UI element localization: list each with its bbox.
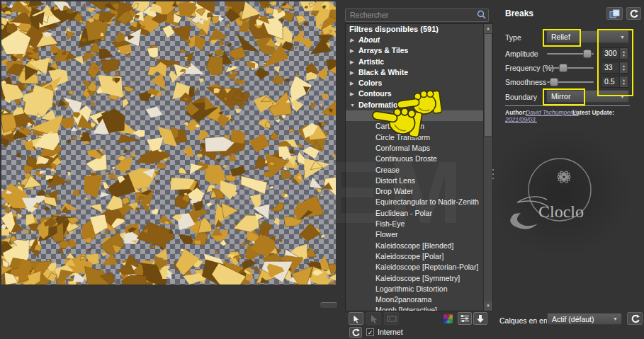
chevron-right-icon[interactable]: ▶ [346, 67, 358, 78]
type-label: Type [505, 33, 521, 42]
filter-item-kaleidoscope-reptorian-polar-[interactable]: Kaleidoscope [Reptorian-Polar] [346, 262, 483, 272]
filter-item-deformations[interactable]: ▼Deformations [346, 100, 483, 110]
filter-item-label: Kaleidoscope [Reptorian-Polar] [375, 262, 478, 272]
filter-item-euclidean-polar[interactable]: Euclidean - Polar [346, 208, 483, 219]
filter-item-label: About [358, 35, 380, 45]
filter-item-label: Black & White [358, 67, 408, 78]
filter-item-drop-water[interactable]: Drop Water [346, 186, 483, 197]
filter-item-circle-transform[interactable]: Circle Transform [346, 132, 483, 143]
spin-down-icon[interactable]: ▼ [622, 68, 626, 71]
type-dropdown[interactable]: Relief ▼ [546, 30, 629, 43]
chevron-right-icon[interactable]: ▶ [346, 45, 358, 56]
author-link[interactable]: David Tschumperlé, [526, 109, 579, 116]
filter-item-kaleidoscope-symmetry-[interactable]: Kaleidoscope [Symmetry] [346, 273, 483, 284]
filter-item-label: Artistic [358, 57, 384, 67]
slider-groove [547, 67, 594, 69]
amplitude-spinbox[interactable]: 300 ▲▼ [601, 47, 628, 59]
chevron-down-icon[interactable]: ▼ [346, 100, 358, 110]
filter-list-scrollbar[interactable]: ▲ ▼ [483, 24, 492, 311]
preview-resize-grip[interactable] [320, 302, 337, 308]
filter-list-header: Filtres disponibles (591) [346, 24, 492, 35]
filter-item-label: Kaleidoscope [Symmetry] [375, 273, 460, 284]
frequency-slider[interactable] [547, 62, 594, 74]
copy-command-button[interactable] [606, 7, 623, 20]
filter-item-flower[interactable]: Flower [346, 229, 483, 240]
filter-item-label: Colors [358, 78, 382, 88]
amplitude-slider[interactable] [547, 48, 594, 59]
panel-splitter[interactable] [492, 169, 495, 182]
smoothness-slider[interactable] [547, 76, 594, 88]
filter-item-equirectangular-to-nadir-zenith[interactable]: Equirectangular to Nadir-Zenith [346, 197, 483, 207]
filter-item-conformal-maps[interactable]: Conformal Maps [346, 143, 483, 154]
internet-checkbox[interactable]: ✓ [366, 328, 374, 336]
slider-thumb[interactable] [583, 50, 592, 58]
slider-thumb[interactable] [559, 64, 567, 72]
filter-item-colors[interactable]: ▶Colors [346, 78, 483, 88]
refresh-filters-button[interactable] [349, 327, 362, 338]
filter-item-about[interactable]: ▶About [346, 35, 483, 45]
preview-image[interactable] [1, 1, 336, 285]
filter-item-cartesian-tran[interactable]: Cartesian Tran [346, 121, 483, 132]
latest-update-value[interactable]: 2021/09/03. [505, 116, 537, 123]
gmic-plugin-window: Filtres disponibles (591) ▶About▶Arrays … [0, 0, 644, 339]
frequency-spinbox[interactable]: 33 ▲▼ [601, 62, 628, 74]
filter-list: Filtres disponibles (591) ▶About▶Arrays … [345, 23, 493, 311]
chevron-right-icon[interactable]: ▶ [346, 88, 358, 99]
filter-list-rows: ▶About▶Arrays & Tiles▶Artistic▶Black & W… [346, 35, 492, 311]
scroll-down-icon[interactable]: ▼ [484, 301, 492, 311]
filter-item-label: Euclidean - Polar [375, 208, 432, 219]
filter-item-continuous-droste[interactable]: Continuous Droste [346, 154, 483, 164]
refresh-icon [631, 314, 640, 323]
rename-fave-button[interactable] [384, 312, 399, 325]
filter-item-fish-eye[interactable]: Fish-Eye [346, 219, 483, 229]
filter-item-moon2panorama[interactable]: Moon2panorama [346, 294, 483, 305]
filter-item-distort-lens[interactable]: Distort Lens [346, 176, 483, 186]
filter-item-label: Equirectangular to Nadir-Zenith [375, 197, 479, 207]
chevron-down-icon: ▼ [613, 316, 618, 321]
filter-item-label: Continuous Droste [375, 154, 437, 164]
latest-update-label: Latest Update: [572, 109, 614, 116]
filter-item-label: Distort Lens [375, 176, 415, 186]
frequency-value: 33 [604, 63, 613, 71]
settings-button[interactable] [458, 312, 472, 325]
spinner-buttons[interactable]: ▲▼ [619, 76, 628, 87]
cursor-arrow-icon [370, 314, 378, 323]
filter-item-label: Arrays & Tiles [358, 45, 408, 56]
chevron-right-icon[interactable]: ▶ [346, 35, 358, 45]
spinner-buttons[interactable]: ▲▼ [619, 62, 628, 73]
filter-item-black-white[interactable]: ▶Black & White [346, 67, 483, 78]
sliders-icon [460, 314, 470, 323]
filter-item-label: Circle Transform [375, 132, 430, 143]
spin-down-icon[interactable]: ▼ [622, 54, 626, 57]
spin-down-icon[interactable]: ▼ [622, 82, 626, 86]
search-input[interactable] [345, 8, 489, 22]
rename-icon [387, 315, 397, 323]
filter-item-contours[interactable]: ▶Contours [346, 88, 483, 99]
filter-item-artistic[interactable]: ▶Artistic [346, 57, 483, 67]
filter-item-kaleidoscope-blended-[interactable]: Kaleidoscope [Blended] [346, 241, 483, 251]
filter-item-arrays-tiles[interactable]: ▶Arrays & Tiles [346, 45, 483, 56]
filter-item-label: Morph [Interactive] [375, 305, 437, 311]
filter-item-breaks[interactable]: Breaks [346, 110, 483, 121]
input-layers-dropdown[interactable]: Actif (défaut) ▼ [547, 313, 622, 325]
boundary-dropdown[interactable]: Mirror ▼ [546, 90, 629, 103]
smoothness-spinbox[interactable]: 0.5 ▲▼ [601, 76, 628, 88]
filter-item-kaleidoscope-polar-[interactable]: Kaleidoscope [Polar] [346, 251, 483, 262]
spinner-buttons[interactable]: ▲▼ [619, 48, 628, 59]
filter-item-logarithmic-distortion[interactable]: Logarithmic Distortion [346, 284, 483, 294]
cursor-arrow-icon [352, 314, 361, 323]
add-fave-button[interactable] [349, 312, 363, 325]
scroll-up-icon[interactable]: ▲ [484, 24, 492, 33]
chevron-right-icon[interactable]: ▶ [346, 78, 358, 88]
filter-item-morph-interactive-[interactable]: Morph [Interactive] [346, 305, 483, 311]
slider-thumb[interactable] [550, 78, 558, 86]
update-filters-button[interactable] [473, 312, 487, 325]
search-icon [477, 10, 486, 19]
filter-item-crease[interactable]: Crease [346, 165, 483, 176]
reset-parameters-button[interactable] [626, 7, 641, 20]
chevron-right-icon[interactable]: ▶ [346, 57, 358, 67]
scrollbar-thumb[interactable] [484, 33, 492, 137]
refresh-layers-button[interactable] [627, 312, 643, 325]
cloclo-watermark-logo: Cloclo [504, 149, 612, 236]
remove-fave-button[interactable] [366, 312, 381, 325]
